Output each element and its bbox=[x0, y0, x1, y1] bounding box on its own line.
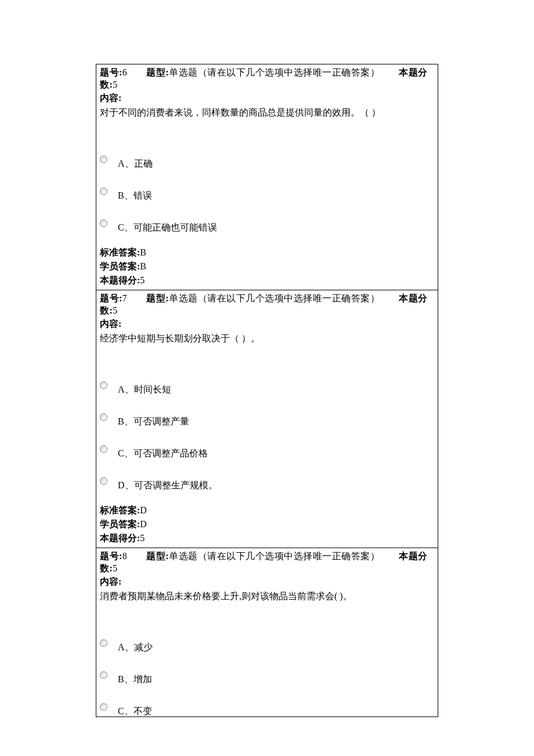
question-header: 题号:7 题型:单选题（请在以下几个选项中选择唯一正确答案） 本题分数:5 bbox=[100, 293, 434, 317]
std-answer: B bbox=[140, 247, 146, 257]
option-text: C、可否调整产品价格 bbox=[118, 448, 208, 460]
radio-icon[interactable] bbox=[100, 381, 107, 389]
got-score-label: 本题得分: bbox=[100, 533, 140, 543]
option-item: C、可能正确也可能错误 bbox=[100, 218, 434, 234]
question-no: 7 bbox=[122, 293, 128, 303]
content-label: 内容: bbox=[100, 92, 434, 105]
question-type-label: 题型: bbox=[146, 293, 169, 303]
std-answer: D bbox=[140, 505, 147, 515]
content-label: 内容: bbox=[100, 576, 434, 588]
radio-icon[interactable] bbox=[100, 156, 107, 163]
question-no-label: 题号: bbox=[100, 293, 122, 303]
option-text: A、减少 bbox=[118, 642, 153, 654]
option-item: B、增加 bbox=[100, 670, 434, 686]
std-answer-label: 标准答案: bbox=[100, 505, 140, 515]
question-type: 单选题（请在以下几个选项中选择唯一正确答案） bbox=[169, 293, 380, 303]
question-text: 消费者预期某物品未来价格要上升,则对该物品当前需求会( )。 bbox=[100, 589, 434, 603]
radio-icon[interactable] bbox=[100, 639, 107, 647]
radio-icon[interactable] bbox=[100, 703, 107, 711]
question-no-label: 题号: bbox=[100, 67, 122, 77]
question-header: 题号:8 题型:单选题（请在以下几个选项中选择唯一正确答案） 本题分数:5 bbox=[100, 550, 434, 575]
content-label: 内容: bbox=[100, 318, 434, 330]
option-text: C、不变 bbox=[118, 705, 152, 718]
full-score: 5 bbox=[113, 563, 118, 573]
answer-block: 标准答案:D 学员答案:D 本题得分:5 bbox=[100, 503, 434, 545]
option-item: D、可否调整生产规模。 bbox=[100, 476, 434, 492]
option-item: C、可否调整产品价格 bbox=[100, 444, 434, 460]
got-score-label: 本题得分: bbox=[100, 275, 140, 285]
option-item: C、不变 bbox=[100, 702, 434, 718]
option-text: A、正确 bbox=[118, 158, 153, 170]
radio-icon[interactable] bbox=[100, 413, 107, 421]
std-answer-label: 标准答案: bbox=[100, 247, 140, 257]
option-item: A、减少 bbox=[100, 638, 434, 654]
radio-icon[interactable] bbox=[100, 188, 107, 195]
question-no: 6 bbox=[122, 67, 128, 77]
user-answer-label: 学员答案: bbox=[100, 519, 140, 529]
question-type-label: 题型: bbox=[146, 551, 169, 561]
question-no: 8 bbox=[122, 551, 128, 561]
option-item: A、时间长短 bbox=[100, 380, 434, 396]
options-list: A、正确 B、错误 C、可能正确也可能错误 bbox=[100, 154, 434, 234]
question-text: 经济学中短期与长期划分取决于（ ）。 bbox=[100, 332, 434, 345]
question-block: 题号:7 题型:单选题（请在以下几个选项中选择唯一正确答案） 本题分数:5 内容… bbox=[96, 290, 438, 548]
question-header: 题号:6 题型:单选题（请在以下几个选项中选择唯一正确答案） 本题分数:5 bbox=[100, 67, 434, 91]
option-item: B、可否调整产量 bbox=[100, 412, 434, 428]
option-text: B、增加 bbox=[118, 674, 152, 686]
user-answer-label: 学员答案: bbox=[100, 261, 140, 271]
question-type: 单选题（请在以下几个选项中选择唯一正确答案） bbox=[169, 67, 380, 77]
radio-icon[interactable] bbox=[100, 219, 107, 227]
radio-icon[interactable] bbox=[100, 445, 107, 453]
got-score: 5 bbox=[140, 533, 145, 543]
option-text: B、可否调整产量 bbox=[118, 416, 189, 428]
option-text: C、可能正确也可能错误 bbox=[118, 222, 217, 234]
radio-icon[interactable] bbox=[100, 671, 107, 679]
question-type-label: 题型: bbox=[146, 67, 169, 77]
option-text: D、可否调整生产规模。 bbox=[118, 480, 218, 492]
option-text: A、时间长短 bbox=[118, 384, 171, 396]
full-score: 5 bbox=[113, 80, 118, 89]
question-block: 题号:6 题型:单选题（请在以下几个选项中选择唯一正确答案） 本题分数:5 内容… bbox=[96, 64, 438, 290]
options-list: A、时间长短 B、可否调整产量 C、可否调整产品价格 D、可否调整生产规模。 bbox=[100, 380, 434, 492]
question-text: 对于不同的消费者来说，同样数量的商品总是提供同量的效用。（ ） bbox=[100, 106, 434, 120]
got-score: 5 bbox=[140, 275, 145, 285]
radio-icon[interactable] bbox=[100, 477, 107, 485]
option-text: B、错误 bbox=[118, 190, 152, 202]
user-answer: D bbox=[140, 519, 147, 529]
answer-block: 标准答案:B 学员答案:B 本题得分:5 bbox=[100, 246, 434, 287]
option-item: A、正确 bbox=[100, 154, 434, 170]
question-type: 单选题（请在以下几个选项中选择唯一正确答案） bbox=[169, 551, 380, 561]
user-answer: B bbox=[140, 261, 146, 271]
options-list: A、减少 B、增加 C、不变 bbox=[100, 638, 434, 718]
question-no-label: 题号: bbox=[100, 551, 122, 561]
full-score: 5 bbox=[113, 305, 118, 315]
option-item: B、错误 bbox=[100, 186, 434, 202]
question-block: 题号:8 题型:单选题（请在以下几个选项中选择唯一正确答案） 本题分数:5 内容… bbox=[96, 548, 438, 717]
